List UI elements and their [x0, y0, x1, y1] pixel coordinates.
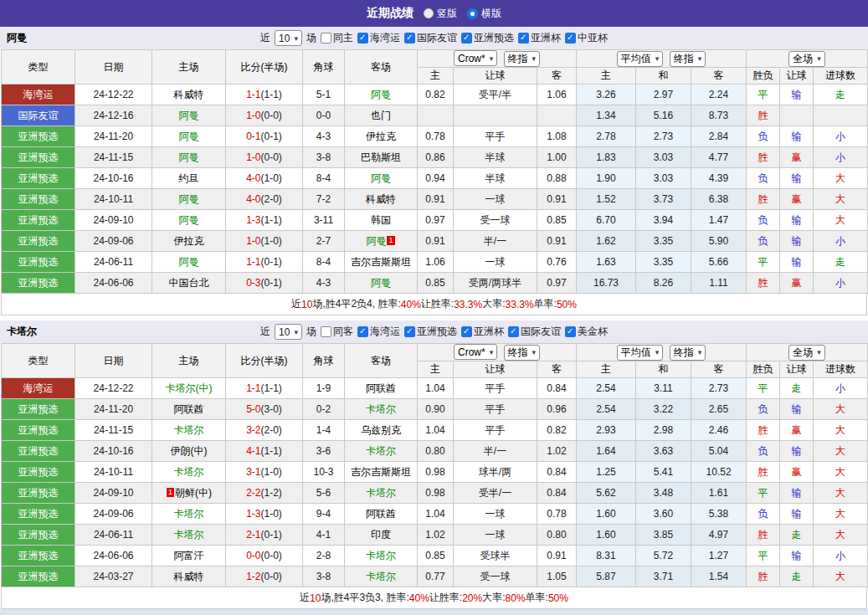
team-link[interactable]: 伊拉克 [174, 235, 204, 247]
full-time-score[interactable]: 0-3 [246, 277, 260, 289]
team-link[interactable]: 阿曼 [371, 89, 391, 100]
type-badge-cell[interactable]: 国际友谊 [2, 105, 75, 126]
team-link[interactable]: 卡塔尔 [366, 571, 396, 582]
average-select[interactable]: 平均值▾ [617, 51, 664, 67]
league-filter-checkbox[interactable]: 海湾运 [357, 31, 400, 45]
full-time-score[interactable]: 1-0 [246, 151, 260, 163]
score-cell[interactable]: 1-3(1-0) [226, 504, 303, 525]
bookmaker-select[interactable]: Crow*▾ [454, 344, 497, 360]
team-link[interactable]: 朝鲜(中) [175, 487, 212, 499]
away-team-cell[interactable]: 科威特 [345, 189, 418, 210]
final-index-select-2[interactable]: 终指▾ [670, 345, 706, 361]
score-cell[interactable]: 3-1(1-0) [226, 462, 303, 483]
full-time-score[interactable]: 1-1 [246, 382, 260, 394]
full-time-score[interactable]: 2-1 [246, 529, 260, 541]
type-badge-cell[interactable]: 亚洲预选 [2, 462, 75, 483]
type-badge-cell[interactable]: 亚洲预选 [2, 126, 75, 147]
team-link[interactable]: 约旦 [179, 172, 199, 184]
home-team-cell[interactable]: 阿联酋 [152, 399, 226, 420]
layout-vertical-radio[interactable]: 竖版 [424, 7, 457, 21]
type-badge-cell[interactable]: 亚洲预选 [2, 546, 75, 566]
team-link[interactable]: 阿曼 [371, 172, 391, 184]
type-badge-cell[interactable]: 亚洲预选 [2, 420, 75, 441]
team-link[interactable]: 印度 [371, 529, 391, 541]
full-time-score[interactable]: 2-2 [246, 487, 260, 499]
score-cell[interactable]: 1-0(1-0) [226, 231, 303, 252]
full-time-score[interactable]: 4-0 [246, 193, 260, 205]
full-time-score[interactable]: 0-1 [246, 131, 260, 142]
score-cell[interactable]: 1-1(1-1) [226, 378, 303, 399]
league-filter-checkbox[interactable]: 亚洲杯 [461, 325, 504, 339]
team-link[interactable]: 卡塔尔 [366, 487, 396, 499]
team-link[interactable]: 阿曼 [366, 235, 386, 247]
layout-horizontal-radio[interactable]: 横版 [467, 7, 501, 21]
team-link[interactable]: 科威特 [366, 193, 396, 205]
type-badge-cell[interactable]: 海湾运 [2, 85, 75, 105]
home-team-cell[interactable]: 伊拉克 [152, 231, 226, 252]
team-link[interactable]: 也门 [371, 110, 391, 121]
league-filter-checkbox[interactable]: 亚洲预选 [404, 325, 457, 339]
type-badge-cell[interactable]: 亚洲预选 [2, 504, 75, 525]
full-time-score[interactable]: 5-0 [246, 403, 260, 415]
team-link[interactable]: 阿曼 [179, 214, 199, 226]
home-team-cell[interactable]: 阿曼 [152, 252, 226, 273]
home-team-cell[interactable]: 阿曼 [152, 147, 226, 168]
team-link[interactable]: 科威特 [174, 89, 204, 100]
team-link[interactable]: 乌兹别克 [361, 424, 401, 436]
home-team-cell[interactable]: 1朝鲜(中) [152, 483, 226, 504]
type-badge-cell[interactable]: 亚洲预选 [2, 525, 75, 546]
league-filter-checkbox[interactable]: 中亚杯 [565, 31, 608, 45]
team-link[interactable]: 阿联酋 [366, 508, 396, 520]
same-host-checkbox[interactable]: 同主 [321, 31, 353, 45]
team-link[interactable]: 卡塔尔 [174, 424, 204, 436]
away-team-cell[interactable]: 吉尔吉斯斯坦 [345, 462, 418, 483]
team-link[interactable]: 阿曼 [179, 256, 199, 268]
team-link[interactable]: 阿曼 [371, 277, 391, 289]
team-link[interactable]: 阿联酋 [366, 382, 396, 394]
home-team-cell[interactable]: 科威特 [152, 566, 226, 587]
league-filter-checkbox[interactable]: 国际友谊 [404, 31, 457, 45]
away-team-cell[interactable]: 阿曼 [345, 273, 418, 294]
home-team-cell[interactable]: 伊朗(中) [152, 441, 226, 462]
team-link[interactable]: 阿联酋 [174, 403, 204, 415]
away-team-cell[interactable]: 阿联酋 [345, 378, 418, 399]
home-team-cell[interactable]: 阿富汗 [152, 546, 226, 566]
score-cell[interactable]: 4-0(2-0) [226, 189, 303, 210]
away-team-cell[interactable]: 卡塔尔 [345, 399, 418, 420]
average-select[interactable]: 平均值▾ [617, 345, 664, 361]
league-filter-checkbox[interactable]: 亚洲杯 [518, 31, 561, 45]
full-time-score[interactable]: 4-1 [246, 445, 260, 457]
match-count-select[interactable]: 10 ▾ [275, 30, 302, 46]
home-team-cell[interactable]: 卡塔尔 [152, 504, 226, 525]
home-team-cell[interactable]: 阿曼 [152, 189, 226, 210]
full-time-score[interactable]: 1-2 [246, 571, 260, 582]
match-count-select[interactable]: 10 ▾ [275, 324, 302, 340]
scope-select[interactable]: 全场▾ [788, 345, 825, 361]
type-badge-cell[interactable]: 亚洲预选 [2, 231, 75, 252]
team-link[interactable]: 吉尔吉斯斯坦 [351, 466, 411, 478]
league-filter-checkbox[interactable]: 海湾运 [357, 325, 400, 339]
type-badge-cell[interactable]: 亚洲预选 [2, 566, 75, 587]
home-team-cell[interactable]: 卡塔尔 [152, 462, 226, 483]
league-filter-checkbox[interactable]: 国际友谊 [508, 325, 561, 339]
type-badge-cell[interactable]: 亚洲预选 [2, 168, 75, 189]
type-badge-cell[interactable]: 亚洲预选 [2, 273, 75, 294]
score-cell[interactable]: 2-1(0-1) [226, 525, 303, 546]
team-link[interactable]: 卡塔尔(中) [166, 382, 213, 394]
team-link[interactable]: 巴勒斯坦 [361, 151, 401, 163]
final-index-select-2[interactable]: 终指▾ [670, 51, 706, 67]
type-badge-cell[interactable]: 亚洲预选 [2, 189, 75, 210]
type-badge-cell[interactable]: 亚洲预选 [2, 399, 75, 420]
away-team-cell[interactable]: 也门 [345, 105, 418, 126]
away-team-cell[interactable]: 乌兹别克 [345, 420, 418, 441]
team-link[interactable]: 卡塔尔 [174, 466, 204, 478]
type-badge-cell[interactable]: 亚洲预选 [2, 441, 75, 462]
team-link[interactable]: 阿曼 [179, 131, 199, 142]
away-team-cell[interactable]: 阿曼 [345, 168, 418, 189]
team-link[interactable]: 阿曼 [179, 151, 199, 163]
full-time-score[interactable]: 1-3 [246, 508, 260, 520]
score-cell[interactable]: 1-0(0-0) [226, 147, 303, 168]
full-time-score[interactable]: 1-3 [246, 214, 260, 226]
away-team-cell[interactable]: 卡塔尔 [345, 566, 418, 587]
full-time-score[interactable]: 3-1 [246, 466, 260, 478]
